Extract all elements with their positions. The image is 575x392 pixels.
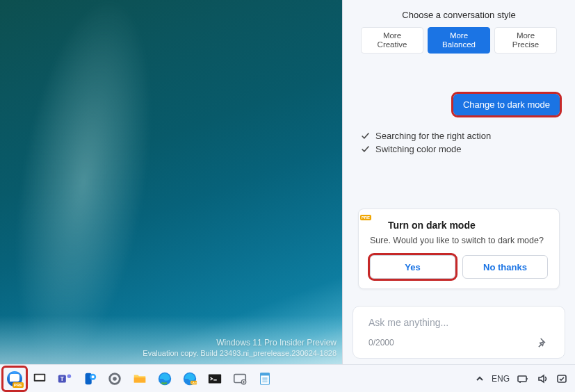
check-icon <box>361 131 370 140</box>
gear-icon <box>107 371 122 386</box>
taskbar-settings[interactable] <box>103 367 127 391</box>
edge-canary-icon: CAN <box>182 371 197 386</box>
progress-step: Searching for the right action <box>361 131 560 141</box>
taskbar-edge[interactable] <box>153 367 177 391</box>
taskbar-notepad[interactable] <box>253 367 277 391</box>
notepad-icon <box>257 371 273 386</box>
phone-link-icon <box>82 371 97 386</box>
tray-copilot[interactable] <box>556 373 568 385</box>
compose-input[interactable] <box>369 313 549 332</box>
style-more-precise[interactable]: MorePrecise <box>494 27 557 54</box>
chevron-up-icon <box>476 375 484 383</box>
snipping-icon <box>232 371 248 386</box>
svg-point-4 <box>67 374 72 378</box>
taskbar-snipping-tool[interactable] <box>228 367 252 391</box>
check-icon <box>361 145 370 154</box>
pin-icon <box>537 338 548 348</box>
taskbar: PRE T CAN <box>0 364 575 392</box>
action-card-title: Turn on dark mode <box>388 220 476 231</box>
conversation-style-row: MoreCreative MoreBalanced MorePrecise <box>358 27 560 54</box>
svg-text:CAN: CAN <box>191 380 197 384</box>
progress-step: Switching color mode <box>361 144 560 154</box>
windows-watermark: Windows 11 Pro Insider Preview Evaluatio… <box>143 338 337 359</box>
copilot-panel: Choose a conversation style MoreCreative… <box>342 0 575 364</box>
svg-point-9 <box>113 377 117 381</box>
svg-text:T: T <box>60 375 64 382</box>
pin-button[interactable] <box>535 336 549 350</box>
user-message-bubble: Change to dark mode <box>453 94 560 115</box>
tray-volume[interactable] <box>536 373 549 385</box>
svg-rect-10 <box>134 377 146 382</box>
no-thanks-button[interactable]: No thanks <box>462 255 548 279</box>
taskbar-terminal[interactable] <box>203 367 227 391</box>
svg-rect-1 <box>35 375 44 379</box>
volume-icon <box>537 373 548 384</box>
language-indicator[interactable]: ENG <box>492 374 510 384</box>
task-view-icon <box>32 371 47 386</box>
terminal-icon <box>207 371 222 386</box>
network-icon <box>517 373 528 384</box>
action-card-subtitle: Sure. Would you like to switch to dark m… <box>370 236 548 245</box>
edge-icon <box>157 371 172 386</box>
tray-overflow[interactable] <box>475 374 485 384</box>
taskbar-phone-link[interactable] <box>78 367 102 391</box>
folder-icon <box>132 371 147 386</box>
taskbar-edge-canary[interactable]: CAN <box>178 367 202 391</box>
yes-button[interactable]: Yes <box>370 255 455 279</box>
svg-rect-19 <box>261 373 270 375</box>
taskbar-file-explorer[interactable] <box>128 367 152 391</box>
svg-rect-15 <box>209 374 221 383</box>
svg-rect-20 <box>518 376 526 382</box>
tray-network[interactable] <box>517 373 529 385</box>
style-more-balanced[interactable]: MoreBalanced <box>428 27 490 54</box>
taskbar-teams[interactable]: T <box>53 367 76 391</box>
taskbar-copilot[interactable]: PRE <box>3 367 26 391</box>
desktop-wallpaper[interactable]: Windows 11 Pro Insider Preview Evaluatio… <box>0 0 342 364</box>
taskbar-task-view[interactable] <box>28 367 51 391</box>
conversation-style-title: Choose a conversation style <box>358 10 560 20</box>
copilot-icon: PRE <box>370 219 382 231</box>
compose-box: 0/2000 <box>353 306 565 359</box>
svg-point-7 <box>92 375 95 378</box>
char-counter: 0/2000 <box>369 338 394 348</box>
action-card: PRE Turn on dark mode Sure. Would you li… <box>358 209 560 289</box>
teams-icon: T <box>57 371 72 386</box>
copilot-tray-icon <box>556 373 567 384</box>
style-more-creative[interactable]: MoreCreative <box>361 27 423 54</box>
progress-steps: Searching for the right action Switching… <box>358 131 560 157</box>
